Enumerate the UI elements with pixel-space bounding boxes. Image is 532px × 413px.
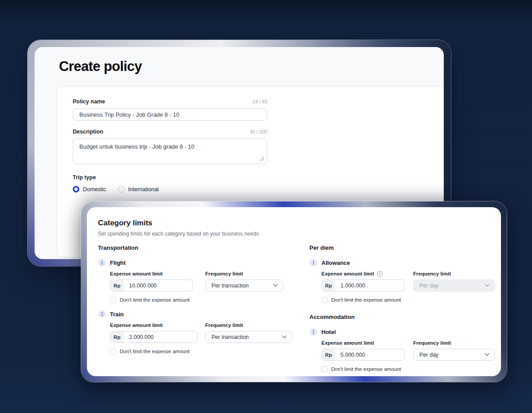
frequency-limit-label: Frequency limit xyxy=(413,340,495,346)
category-item-allowance: 1 Allowance Expense amount limit xyxy=(309,259,501,303)
dont-limit-checkbox-label: Don't limit the expense amount xyxy=(331,366,401,372)
column-transportation: Transportation 1 Flight Expense amount l… xyxy=(98,244,309,372)
currency-prefix: Rp xyxy=(322,280,335,291)
item-number-badge: 1 xyxy=(309,259,317,267)
item-number-badge: 1 xyxy=(309,328,317,336)
policy-name-char-counter: 24 / 60 xyxy=(252,99,267,104)
expense-amount-input-hotel[interactable]: Rp 5.000.000 xyxy=(321,349,405,361)
category-limits-title: Category limits xyxy=(98,219,501,228)
chevron-down-icon xyxy=(485,353,489,356)
expense-amount-limit-label: Expense amount limit xyxy=(321,340,405,346)
radio-domestic-label: Domestic xyxy=(83,186,106,193)
checkbox-unchecked-icon[interactable] xyxy=(110,348,116,354)
expense-amount-input-train[interactable]: Rp 2.000.000 xyxy=(110,331,198,343)
resize-handle-icon[interactable] xyxy=(260,157,264,161)
expense-amount-value: 10.000.000 xyxy=(124,283,157,289)
category-limits-card: Category limits Set spending limits for … xyxy=(81,201,507,382)
frequency-select-train[interactable]: Per transaction xyxy=(205,331,292,343)
currency-prefix: Rp xyxy=(110,280,124,291)
description-textarea[interactable]: Budget untuk business trip - Job grade 8… xyxy=(73,138,267,164)
page-title: Create policy xyxy=(59,59,142,75)
item-name-hotel: Hotel xyxy=(321,329,336,335)
expense-amount-input-allowance[interactable]: Rp 1.000.000 xyxy=(321,279,405,291)
expense-amount-limit-label: Expense amount limit xyxy=(321,271,374,276)
expense-amount-limit-label: Expense amount limit xyxy=(110,322,198,328)
frequency-select-allowance-disabled: Per day xyxy=(413,279,495,291)
category-item-train: 2 Train Expense amount limit Rp 2.000.00… xyxy=(98,310,309,354)
frequency-select-value: Per day xyxy=(419,283,438,289)
frequency-select-value: Per day xyxy=(419,352,438,358)
section-header-accommodation: Accommodation xyxy=(309,314,501,321)
radio-unselected-icon[interactable] xyxy=(118,186,125,193)
frequency-select-flight[interactable]: Per transaction xyxy=(205,279,283,291)
radio-international-label: International xyxy=(128,186,159,193)
item-name-allowance: Allowance xyxy=(321,260,350,266)
dont-limit-checkbox-label: Don't limit the expense amount xyxy=(120,297,190,303)
description-field: Description 36 / 200 Budget untuk busine… xyxy=(73,129,267,164)
currency-prefix: Rp xyxy=(322,349,335,360)
expense-amount-value: 2.000.000 xyxy=(124,334,154,340)
dont-limit-checkbox-row-allowance[interactable]: Don't limit the expense amount xyxy=(321,297,501,303)
policy-name-input[interactable] xyxy=(73,108,267,121)
radio-option-domestic[interactable]: Domestic xyxy=(73,186,106,193)
checkbox-unchecked-icon[interactable] xyxy=(321,366,328,372)
checkbox-unchecked-icon[interactable] xyxy=(321,297,328,303)
frequency-select-value: Per transaction xyxy=(211,334,249,340)
dont-limit-checkbox-row-train[interactable]: Don't limit the expense amount xyxy=(110,348,309,354)
expense-amount-limit-label: Expense amount limit xyxy=(110,271,193,277)
policy-name-field: Policy name 24 / 60 xyxy=(73,98,267,121)
category-limits-subtitle: Set spending limits for each category ba… xyxy=(98,231,501,237)
chevron-down-icon xyxy=(273,284,278,287)
category-item-flight: 1 Flight Expense amount limit Rp 10.000.… xyxy=(98,259,309,303)
radio-option-international[interactable]: International xyxy=(118,186,159,193)
info-icon[interactable] xyxy=(377,271,383,277)
category-item-hotel: 1 Hotel Expense amount limit Rp 5.000.00… xyxy=(309,328,501,372)
item-number-badge: 2 xyxy=(98,310,106,318)
expense-amount-value: 5.000.000 xyxy=(335,352,365,358)
frequency-limit-label: Frequency limit xyxy=(413,271,495,277)
dont-limit-checkbox-label: Don't limit the expense amount xyxy=(120,349,190,354)
dont-limit-checkbox-row-hotel[interactable]: Don't limit the expense amount xyxy=(321,366,501,372)
trip-type-field: Trip type Domestic International xyxy=(73,173,444,193)
chevron-down-icon xyxy=(485,284,489,287)
section-header-per-diem: Per diem xyxy=(309,244,501,252)
frequency-limit-label: Frequency limit xyxy=(205,322,292,328)
item-name-flight: Flight xyxy=(110,260,125,266)
policy-name-label: Policy name xyxy=(73,98,105,105)
category-limits-card-surface: Category limits Set spending limits for … xyxy=(87,207,501,376)
section-header-transportation: Transportation xyxy=(98,244,309,252)
expense-amount-value: 1.000.000 xyxy=(335,283,365,289)
dont-limit-checkbox-row-flight[interactable]: Don't limit the expense amount xyxy=(110,297,309,303)
item-name-train: Train xyxy=(110,311,124,318)
checkbox-unchecked-icon[interactable] xyxy=(110,297,116,303)
dont-limit-checkbox-label: Don't limit the expense amount xyxy=(331,297,401,303)
description-char-counter: 36 / 200 xyxy=(250,129,267,134)
item-number-badge: 1 xyxy=(98,259,106,267)
column-per-diem-accommodation: Per diem 1 Allowance Expense amount limi… xyxy=(309,244,501,372)
description-label: Description xyxy=(73,129,103,135)
frequency-select-value: Per transaction xyxy=(211,283,249,289)
frequency-limit-label: Frequency limit xyxy=(205,271,283,277)
expense-amount-input-flight[interactable]: Rp 10.000.000 xyxy=(110,279,193,291)
chevron-down-icon xyxy=(282,335,287,338)
radio-selected-icon[interactable] xyxy=(73,186,79,193)
currency-prefix: Rp xyxy=(110,331,124,342)
frequency-select-hotel[interactable]: Per day xyxy=(413,349,495,361)
trip-type-label: Trip type xyxy=(73,174,96,181)
